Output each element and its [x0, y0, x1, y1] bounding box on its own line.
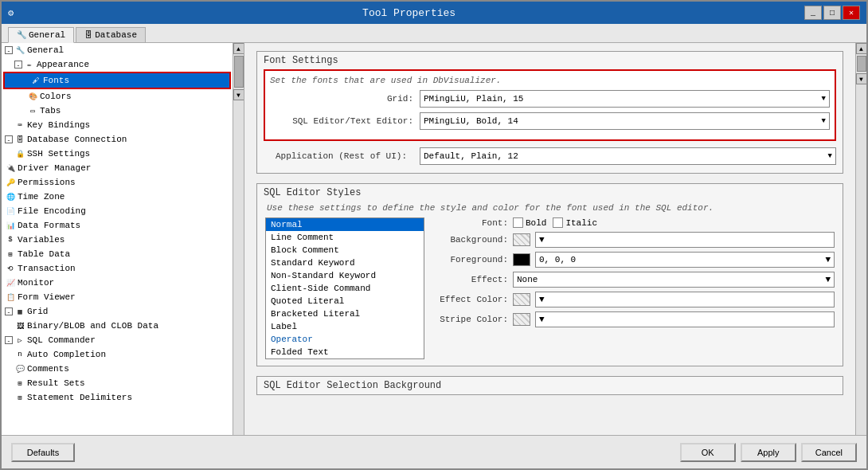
content-scroll-up-btn[interactable]: ▲ — [856, 43, 867, 54]
sqleditor-font-row: SQL Editor/Text Editor: PMingLiU, Bold, … — [270, 112, 830, 130]
sidebar-item-fonts-label: Fonts — [43, 76, 69, 85]
style-item-quotedlit[interactable]: Quoted Literal — [266, 295, 424, 307]
transaction-icon: ⟲ — [5, 263, 16, 274]
sidebar-item-sqlcmd-label: SQL Commander — [27, 335, 96, 345]
foreground-swatch — [513, 253, 530, 266]
sidebar-item-tabs[interactable]: ▭ Tabs — [2, 104, 233, 118]
general-icon: 🔧 — [14, 45, 25, 56]
tab-database[interactable]: 🗄 Database — [76, 27, 146, 42]
drivermgr-icon: 🔌 — [5, 163, 16, 174]
sidebar-item-fonts[interactable]: 🖋 Fonts — [5, 73, 229, 88]
bold-checkbox[interactable] — [513, 217, 523, 228]
cancel-button[interactable]: Cancel — [801, 443, 857, 462]
app-font-dropdown[interactable]: Default, Plain, 12 ▼ — [420, 147, 836, 165]
style-item-linecomment[interactable]: Line Comment — [266, 231, 424, 244]
sidebar-item-autocomplete-label: Auto Completion — [27, 350, 106, 359]
expand-icon-sqlcmd[interactable]: - — [5, 336, 13, 344]
close-button[interactable]: ✕ — [843, 6, 860, 20]
ok-button[interactable]: OK — [680, 443, 736, 462]
sidebar-item-dataformats[interactable]: 📊 Data Formats — [2, 218, 233, 233]
main-content: 🔧 General 🗄 Database - 🔧 General — [2, 24, 866, 435]
body-area: - 🔧 General - ✏ Appearance 🖋 — [2, 43, 866, 435]
italic-label: Italic — [565, 218, 597, 228]
scroll-down-btn[interactable]: ▼ — [233, 89, 244, 100]
sidebar-item-resultsets[interactable]: ⊞ Result Sets — [2, 376, 233, 390]
stripe-color-dropdown[interactable]: ▼ — [535, 311, 835, 327]
maximize-button[interactable]: □ — [823, 6, 841, 20]
sidebar-item-autocomplete[interactable]: n Auto Completion — [2, 347, 233, 362]
sidebar-item-grid-label: Grid — [27, 307, 48, 316]
sidebar-item-stmtdelim[interactable]: ⊞ Statement Delimiters — [2, 390, 233, 405]
style-item-clientside[interactable]: Client-Side Command — [266, 282, 424, 295]
tab-database-label: Database — [95, 30, 137, 40]
sidebar-item-grid[interactable]: - ▦ Grid — [2, 304, 233, 319]
sidebar-item-monitor[interactable]: 📈 Monitor — [2, 276, 233, 290]
content-scroll-down-btn[interactable]: ▼ — [856, 73, 867, 84]
tabs-bar: 🔧 General 🗄 Database — [2, 24, 866, 43]
app-font-row: Application (Rest of UI): Default, Plain… — [257, 147, 843, 165]
style-item-operator[interactable]: Operator — [266, 333, 424, 346]
sidebar-item-appearance[interactable]: - ✏ Appearance — [2, 57, 233, 72]
sidebar-item-drivermgr[interactable]: 🔌 Driver Manager — [2, 161, 233, 175]
sidebar-item-permissions-label: Permissions — [18, 178, 76, 187]
style-item-bracketedlit[interactable]: Bracketed Literal — [266, 307, 424, 320]
sidebar-item-comments[interactable]: 💬 Comments — [2, 362, 233, 376]
grid-font-dropdown[interactable]: PMingLiU, Plain, 15 ▼ — [420, 90, 830, 108]
keybindings-icon: ⌨ — [14, 119, 25, 131]
background-dropdown[interactable]: ▼ — [535, 232, 835, 248]
defaults-button[interactable]: Defaults — [11, 443, 75, 462]
style-item-normal[interactable]: Normal — [266, 218, 424, 231]
expand-icon-dbconn[interactable]: - — [5, 135, 13, 143]
sidebar-item-fileenc[interactable]: 📄 File Encoding — [2, 204, 233, 218]
sidebar-item-blob-label: Binary/BLOB and CLOB Data — [27, 321, 158, 331]
style-item-nonstdkeyword[interactable]: Non-Standard Keyword — [266, 269, 424, 282]
bold-checkbox-item[interactable]: Bold — [513, 217, 546, 228]
sidebar-item-keybindings[interactable]: ⌨ Key Bindings — [2, 118, 233, 132]
style-item-label[interactable]: Label — [266, 320, 424, 333]
sidebar-item-formviewer[interactable]: 📋 Form Viewer — [2, 290, 233, 304]
sidebar-item-timezone[interactable]: 🌐 Time Zone — [2, 190, 233, 204]
minimize-button[interactable]: _ — [804, 6, 822, 20]
sidebar-item-dbconn[interactable]: - 🗄 Database Connection — [2, 132, 233, 147]
resultsets-icon: ⊞ — [14, 378, 25, 389]
sidebar-item-formviewer-label: Form Viewer — [18, 292, 76, 302]
foreground-label: Foreground: — [432, 255, 508, 264]
background-swatch — [513, 233, 530, 246]
grid-font-row: Grid: PMingLiU, Plain, 15 ▼ — [270, 90, 830, 108]
sidebar-item-colors[interactable]: 🎨 Colors — [2, 89, 233, 104]
sidebar-scrollbar[interactable]: ▲ ▼ — [233, 43, 244, 435]
style-item-foldedtext[interactable]: Folded Text — [266, 346, 424, 358]
style-item-stdkeyword[interactable]: Standard Keyword — [266, 257, 424, 269]
sidebar-item-transaction[interactable]: ⟲ Transaction — [2, 261, 233, 276]
background-label: Background: — [432, 235, 508, 245]
italic-checkbox[interactable] — [553, 217, 563, 228]
effect-label: Effect: — [432, 275, 508, 284]
foreground-dropdown[interactable]: 0, 0, 0 ▼ — [535, 252, 835, 268]
tab-general[interactable]: 🔧 General — [8, 27, 74, 43]
sidebar-item-ssh[interactable]: 🔒 SSH Settings — [2, 147, 233, 161]
italic-checkbox-item[interactable]: Italic — [553, 217, 597, 228]
stripe-color-label: Stripe Color: — [432, 315, 508, 324]
scroll-up-btn[interactable]: ▲ — [233, 43, 244, 54]
sidebar-item-blob[interactable]: 🖼 Binary/BLOB and CLOB Data — [2, 319, 233, 333]
expand-icon-appearance[interactable]: - — [14, 61, 22, 69]
sidebar-item-tabledata-label: Table Data — [18, 249, 70, 259]
sidebar-item-tabledata[interactable]: ⊞ Table Data — [2, 247, 233, 261]
expand-icon-general[interactable]: - — [5, 46, 13, 54]
grid-dropdown-arrow: ▼ — [822, 95, 826, 103]
sidebar-item-variables[interactable]: $ Variables — [2, 233, 233, 247]
sidebar-item-sqlcmd[interactable]: - ▷ SQL Commander — [2, 333, 233, 347]
content-scroll-thumb[interactable] — [857, 56, 866, 72]
variables-icon: $ — [5, 234, 16, 245]
apply-button[interactable]: Apply — [741, 443, 796, 462]
effect-dropdown[interactable]: None ▼ — [513, 272, 835, 288]
scroll-thumb[interactable] — [234, 56, 244, 88]
sql-selection-bg-section: SQL Editor Selection Background — [256, 376, 843, 395]
sidebar-item-general[interactable]: - 🔧 General — [2, 43, 233, 57]
sqleditor-font-dropdown[interactable]: PMingLiU, Bold, 14 ▼ — [420, 112, 830, 130]
content-scrollbar[interactable]: ▲ ▼ — [855, 43, 866, 435]
effect-color-dropdown[interactable]: ▼ — [535, 292, 835, 307]
expand-icon-grid[interactable]: - — [5, 307, 13, 315]
sidebar-item-permissions[interactable]: 🔑 Permissions — [2, 175, 233, 190]
style-item-blockcomment[interactable]: Block Comment — [266, 244, 424, 257]
